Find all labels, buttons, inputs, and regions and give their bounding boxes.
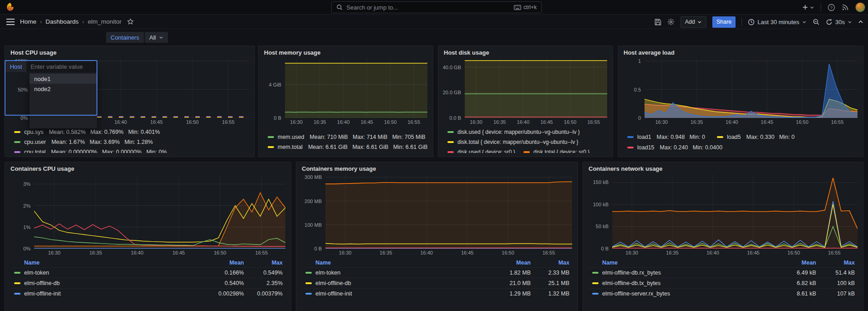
containers-variable-value[interactable]: All <box>145 32 168 43</box>
menu-toggle-icon[interactable] <box>6 19 15 25</box>
legend-table-header: Name Mean Max <box>589 258 858 267</box>
save-icon[interactable] <box>655 19 661 25</box>
plus-icon <box>802 4 808 10</box>
y-tick-label: 4 GiB <box>269 82 281 87</box>
grafana-logo[interactable] <box>5 2 15 13</box>
legend-item[interactable]: disk.used { device: mapper/ubuntu--vg-ub… <box>444 127 580 137</box>
panel-title[interactable]: Containers memory usage <box>302 165 572 174</box>
y-tick-label: 1 <box>638 58 641 64</box>
series-swatch <box>14 272 20 274</box>
x-tick-label: 16:45 <box>540 119 553 125</box>
help-button[interactable]: ? <box>827 4 835 11</box>
column-header-max[interactable]: Max <box>819 260 858 266</box>
y-tick-label: 100 MB <box>305 222 322 228</box>
series-swatch <box>14 282 20 284</box>
legend-table-row[interactable]: elm-token 1.82 MB 2.33 MB <box>302 267 572 278</box>
column-header-name[interactable]: Name <box>315 260 490 266</box>
legend-table-row[interactable]: elmi-offline-init 1.29 MB 1.32 MB <box>302 288 572 299</box>
series-swatch <box>592 272 599 274</box>
user-avatar[interactable] <box>855 2 865 12</box>
series-swatch <box>447 151 454 153</box>
host-load-chart[interactable]: 00.51 16:3016:3516:4016:4516:5016:55 <box>624 58 858 126</box>
column-header-mean[interactable]: Mean <box>203 260 247 266</box>
panel-title[interactable]: Containers CPU usage <box>10 165 285 174</box>
series-swatch <box>305 272 312 274</box>
host-variable-input[interactable] <box>26 61 96 72</box>
legend-table-row[interactable]: elmi-offline-server.rx_bytes 8.61 kB 107… <box>589 288 858 299</box>
legend-table: Name Mean Max elm-token 1.82 MB 2.33 MB <box>302 258 572 299</box>
x-tick-label: 16:50 <box>384 119 397 125</box>
time-range-picker[interactable]: Last 30 minutes <box>748 19 807 25</box>
y-tick-label: 0 B <box>314 246 322 251</box>
new-add-button[interactable] <box>802 4 814 10</box>
legend-item[interactable]: mem.total Mean: 6.61 GiB Max: 6.61 GiB M… <box>264 142 427 152</box>
containers-network-chart[interactable]: 0 B50 kB100 kB150 kB 16:3016:3516:4016:4… <box>589 174 858 256</box>
x-tick-label: 16:30 <box>290 119 303 125</box>
legend-table-row[interactable]: elmi-offline-db.tx_bytes 6.82 kB 100 kB <box>589 278 858 288</box>
refresh-picker[interactable]: 30s <box>826 19 852 25</box>
legend-item[interactable]: load1 Max: 0.948 Min: 0 <box>624 132 705 142</box>
zoom-out-icon[interactable] <box>812 18 820 25</box>
legend-table-body: elmi-offline-db.rx_bytes 6.49 kB 51.4 kB… <box>589 267 858 299</box>
legend-item[interactable]: mem.used Mean: 710 MiB Max: 714 MiB Min:… <box>264 132 427 142</box>
svg-text:?: ? <box>830 5 832 10</box>
legend-table-row[interactable]: elm-token 0.166% 0.549% <box>10 267 285 278</box>
legend-item[interactable]: disk.total { device: mapper/ubuntu--vg-u… <box>444 137 578 147</box>
add-button[interactable]: Add <box>680 16 706 28</box>
y-tick-label: 50% <box>18 87 28 92</box>
containers-cpu-chart[interactable]: 0%1%2%3% 16:3016:3516:4016:4516:5016:55 <box>10 174 285 256</box>
breadcrumb-dashboards[interactable]: Dashboards <box>46 18 79 25</box>
y-tick-label: 200 MB <box>305 199 322 204</box>
legend-table-row[interactable]: elmi-offline-db 0.540% 2.35% <box>10 278 285 288</box>
panel-title[interactable]: Containers network usage <box>589 165 858 174</box>
x-tick-label: 16:30 <box>48 250 61 255</box>
legend: load1 Max: 0.948 Min: 0 load5 Max: 0.330… <box>624 132 858 153</box>
dropdown-option[interactable]: node1 <box>30 74 97 84</box>
legend-item[interactable]: cpu.user Mean: 1.67% Max: 3.69% Min: 1.2… <box>10 137 249 147</box>
chevron-up-icon[interactable] <box>858 20 863 24</box>
column-header-max[interactable]: Max <box>247 260 285 266</box>
panel-title[interactable]: Host average load <box>624 49 858 58</box>
x-tick-label: 16:35 <box>380 250 392 255</box>
legend-item[interactable]: disk.used { device: sr0 } <box>444 147 515 153</box>
legend-item[interactable]: load15 Max: 0.240 Min: 0.0400 <box>624 143 722 153</box>
legend-table-row[interactable]: elmi-offline-db 21.0 MB 25.1 MB <box>302 278 572 288</box>
column-header-name[interactable]: Name <box>602 260 776 266</box>
panel-title[interactable]: Host disk usage <box>444 49 607 58</box>
x-tick-label: 16:50 <box>502 250 514 255</box>
column-header-name[interactable]: Name <box>24 260 203 266</box>
y-tick-label: 50 kB <box>596 224 609 229</box>
global-search-input[interactable]: Search or jump to... ctrl+k <box>331 1 542 13</box>
breadcrumb-home[interactable]: Home <box>20 18 36 25</box>
legend-item[interactable]: disk.total { device: sr0 } <box>520 147 589 153</box>
column-header-mean[interactable]: Mean <box>776 260 819 266</box>
series-swatch <box>592 293 599 295</box>
legend-item[interactable]: load5 Max: 0.330 Min: 0 <box>713 132 795 142</box>
host-disk-chart[interactable]: 0.0 B20.0 GB40.0 GB 16:3016:3516:4016:45… <box>444 58 607 126</box>
gear-icon[interactable] <box>667 18 675 25</box>
column-header-max[interactable]: Max <box>533 260 572 266</box>
star-icon[interactable] <box>127 18 134 25</box>
top-nav-bar: Search or jump to... ctrl+k ? <box>0 0 868 15</box>
share-button[interactable]: Share <box>712 16 736 28</box>
panel-title[interactable]: Host memory usage <box>264 49 427 58</box>
legend-item[interactable]: cpu.total Mean: 0.000000% Max: 0.00000% … <box>10 147 249 153</box>
dropdown-option[interactable]: node2 <box>30 84 97 94</box>
x-tick-label: 16:45 <box>360 119 373 125</box>
host-memory-chart[interactable]: 0 B4 GiB 16:3016:3516:4016:4516:5016:55 <box>264 58 427 126</box>
breadcrumb-current: elm_monitor <box>88 18 122 25</box>
legend-table-row[interactable]: elmi-offline-db.rx_bytes 6.49 kB 51.4 kB <box>589 267 858 278</box>
series-swatch <box>268 136 274 138</box>
series-swatch <box>447 131 454 133</box>
containers-memory-chart[interactable]: 0 B100 MB200 MB300 MB 16:3016:3516:4016:… <box>302 174 572 256</box>
column-header-mean[interactable]: Mean <box>490 260 533 266</box>
x-tick-label: 16:35 <box>314 119 326 125</box>
x-tick-label: 16:55 <box>543 250 555 255</box>
legend-table-row[interactable]: elmi-offline-init 0.00298% 0.00379% <box>10 288 285 299</box>
x-tick-label: 16:35 <box>666 250 679 255</box>
legend-item[interactable]: cpu.sys Mean: 0.582% Max: 0.769% Min: 0.… <box>10 127 249 137</box>
news-button[interactable] <box>842 4 849 11</box>
panel-title[interactable]: Host CPU usage <box>10 49 249 58</box>
x-tick-label: 16:30 <box>470 119 482 125</box>
series-swatch <box>14 293 20 295</box>
